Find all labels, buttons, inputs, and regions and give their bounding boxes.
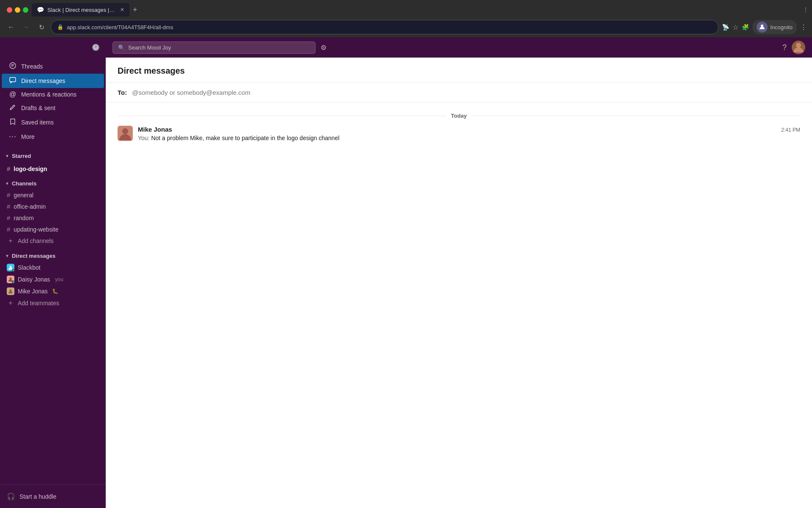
back-button[interactable]: ← bbox=[5, 21, 17, 33]
mentions-icon: @ bbox=[8, 91, 17, 98]
starred-options-button[interactable]: ⋯ bbox=[80, 151, 90, 160]
date-line-left bbox=[118, 116, 446, 116]
more-label: More bbox=[21, 133, 35, 140]
message-time: 2:41 PM bbox=[781, 127, 800, 133]
search-icon: 🔍 bbox=[118, 44, 125, 51]
svg-point-6 bbox=[10, 290, 12, 292]
slackbot-avatar bbox=[7, 264, 14, 271]
browser-menu-button[interactable]: ⋮ bbox=[803, 6, 809, 13]
sidebar-item-mentions[interactable]: @ Mentions & reactions bbox=[2, 88, 104, 101]
dm-item-mike[interactable]: Mike Jonas 🐛 bbox=[0, 285, 106, 297]
channel-name: logo-design bbox=[14, 166, 47, 172]
main-header: Direct messages bbox=[106, 58, 812, 83]
add-channels-item[interactable]: + Add channels bbox=[0, 235, 106, 247]
drafts-icon bbox=[8, 103, 17, 113]
incognito-badge[interactable]: Incognito bbox=[752, 20, 797, 34]
more-icon: ··· bbox=[8, 132, 17, 141]
sidebar-item-drafts[interactable]: Drafts & sent bbox=[2, 101, 104, 115]
sidebar-bottom: 🎧 Start a huddle bbox=[0, 484, 106, 508]
mike-name: Mike Jonas bbox=[18, 288, 48, 295]
tab-favicon: 💬 bbox=[37, 6, 44, 13]
message-avatar bbox=[118, 126, 133, 141]
channel-name: general bbox=[14, 192, 33, 199]
saved-label: Saved items bbox=[21, 119, 54, 126]
sidebar-item-threads[interactable]: Threads bbox=[2, 59, 104, 74]
starred-section: ▼ Starred ⋯ + # logo-design bbox=[0, 149, 106, 174]
dm-section: ▼ Direct messages Slackbot Daisy Jonas bbox=[0, 250, 106, 309]
search-placeholder: Search Mood Joy bbox=[128, 44, 171, 51]
sidebar-item-saved[interactable]: Saved items bbox=[2, 115, 104, 130]
add-channels-label: Add channels bbox=[18, 237, 54, 244]
address-bar[interactable]: 🔒 app.slack.com/client/T04A4T58F4H/all-d… bbox=[51, 20, 719, 34]
address-text: app.slack.com/client/T04A4T58F4H/all-dms bbox=[67, 24, 712, 30]
svg-point-2 bbox=[10, 63, 16, 69]
browser-menu-dots[interactable]: ⋮ bbox=[800, 23, 807, 31]
channels-section-header[interactable]: ▼ Channels bbox=[0, 178, 106, 189]
channels-chevron-icon: ▼ bbox=[5, 181, 9, 186]
huddle-button[interactable]: 🎧 Start a huddle bbox=[0, 488, 106, 505]
refresh-button[interactable]: ↻ bbox=[36, 21, 47, 33]
add-teammates-item[interactable]: + Add teammates bbox=[0, 297, 106, 309]
hash-icon: # bbox=[7, 214, 10, 221]
channel-item-logo-design[interactable]: # logo-design bbox=[0, 163, 106, 174]
channel-name: random bbox=[14, 215, 33, 221]
forward-button[interactable]: → bbox=[20, 21, 32, 33]
global-search-bar: 🔍 Search Mood Joy ⚙ ? bbox=[106, 37, 812, 58]
message-header: Mike Jonas 2:41 PM bbox=[138, 126, 800, 133]
window-minimize[interactable] bbox=[15, 7, 20, 13]
window-maximize[interactable] bbox=[23, 7, 28, 13]
channel-item-general[interactable]: # general bbox=[0, 189, 106, 201]
sidebar-item-direct-messages[interactable]: Direct messages bbox=[2, 74, 104, 88]
to-input[interactable] bbox=[132, 89, 800, 96]
starred-add-button[interactable]: + bbox=[91, 151, 101, 160]
history-button[interactable]: 🕐 bbox=[89, 41, 102, 54]
new-tab-button[interactable]: + bbox=[129, 4, 141, 16]
channel-item-office-admin[interactable]: # office-admin bbox=[0, 201, 106, 212]
dm-section-header[interactable]: ▼ Direct messages bbox=[0, 250, 106, 262]
search-input-bar[interactable]: 🔍 Search Mood Joy bbox=[112, 41, 315, 54]
saved-icon bbox=[8, 118, 17, 127]
status-dot bbox=[12, 269, 15, 272]
svg-point-8 bbox=[122, 128, 128, 134]
incognito-avatar bbox=[757, 22, 768, 33]
add-teammates-label: Add teammates bbox=[18, 300, 59, 306]
dm-item-daisy[interactable]: Daisy Jonas you bbox=[0, 273, 106, 285]
search-filter-button[interactable]: ⚙ bbox=[321, 44, 326, 52]
date-divider: Today bbox=[106, 109, 812, 122]
tab-close-button[interactable]: ✕ bbox=[120, 7, 124, 13]
direct-messages-label: Direct messages bbox=[21, 77, 65, 84]
active-tab[interactable]: 💬 Slack | Direct messages | Moo... ✕ bbox=[32, 3, 129, 17]
browser-extensions-button[interactable]: 🧩 bbox=[742, 24, 749, 30]
message-body: Mike Jonas 2:41 PM You: Not a problem Mi… bbox=[138, 126, 800, 143]
threads-label: Threads bbox=[21, 63, 43, 70]
svg-point-1 bbox=[796, 43, 801, 48]
message-item[interactable]: Mike Jonas 2:41 PM You: Not a problem Mi… bbox=[106, 122, 812, 146]
cast-button[interactable]: 📡 bbox=[722, 24, 729, 30]
daisy-avatar bbox=[7, 276, 14, 283]
user-avatar[interactable] bbox=[792, 41, 805, 54]
daisy-name: Daisy Jonas bbox=[18, 276, 50, 283]
hash-icon: # bbox=[7, 165, 10, 172]
hash-icon: # bbox=[7, 226, 10, 233]
bookmark-button[interactable]: ☆ bbox=[732, 23, 738, 31]
channel-item-updating-website[interactable]: # updating-website bbox=[0, 224, 106, 235]
direct-messages-icon bbox=[8, 76, 17, 86]
hash-icon: # bbox=[7, 191, 10, 199]
to-label: To: bbox=[118, 89, 127, 96]
channel-item-random[interactable]: # random bbox=[0, 212, 106, 224]
dm-section-title: ▼ Direct messages bbox=[5, 253, 55, 259]
sidebar-topbar: 🕐 bbox=[0, 37, 106, 58]
sidebar-item-more[interactable]: ··· More bbox=[2, 130, 104, 144]
huddle-icon: 🎧 bbox=[7, 492, 15, 500]
window-close[interactable] bbox=[7, 7, 12, 13]
date-line-right bbox=[472, 116, 800, 116]
threads-icon bbox=[8, 62, 17, 71]
channels-section: ▼ Channels # general # office-admin # ra… bbox=[0, 178, 106, 247]
starred-chevron-icon: ▼ bbox=[5, 154, 9, 158]
svg-point-4 bbox=[10, 266, 12, 268]
dm-item-slackbot[interactable]: Slackbot bbox=[0, 262, 106, 273]
starred-section-header[interactable]: ▼ Starred ⋯ + bbox=[0, 149, 106, 163]
messages-area: Today Mike Jonas 2:41 PM You: Not a prob… bbox=[106, 102, 812, 508]
channel-name: updating-website bbox=[14, 226, 58, 233]
help-button[interactable]: ? bbox=[782, 43, 787, 52]
